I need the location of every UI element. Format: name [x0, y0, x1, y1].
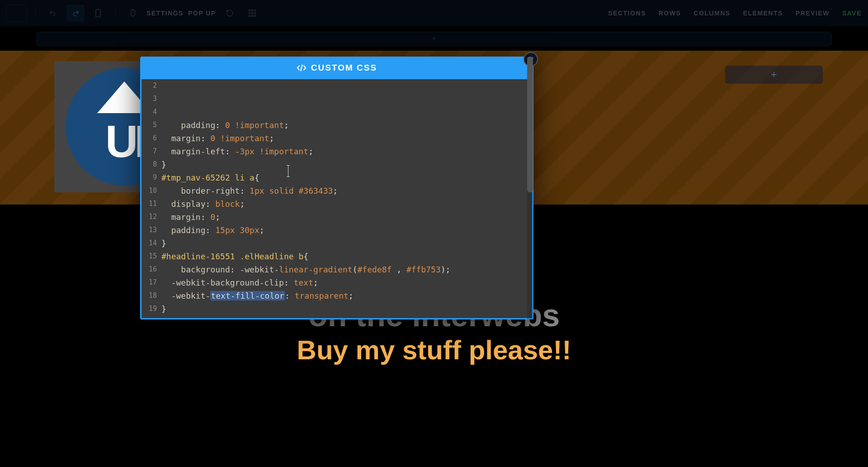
scrollbar-thumb[interactable]: [527, 79, 532, 192]
code-line[interactable]: }: [161, 237, 532, 250]
line-number: 16: [142, 263, 157, 276]
code-line[interactable]: margin-left: -3px !important;: [161, 145, 532, 158]
code-line[interactable]: }: [161, 158, 532, 171]
line-number: 8: [142, 158, 157, 171]
line-number: 4: [142, 105, 157, 119]
code-area[interactable]: padding: 0 !important; margin: 0 !import…: [161, 79, 532, 318]
code-line[interactable]: margin: 0;: [161, 210, 532, 224]
line-number: 11: [142, 197, 157, 210]
code-line[interactable]: padding: 0 !important;: [161, 119, 532, 132]
line-number: 6: [142, 132, 157, 145]
code-line[interactable]: #headline-16551 .elHeadline b{: [161, 250, 532, 263]
line-number: 18: [142, 289, 157, 302]
line-number: 7: [142, 145, 157, 158]
line-number: 14: [142, 237, 157, 250]
scrollbar[interactable]: [527, 79, 532, 318]
code-line[interactable]: background: -webkit-linear-gradient(#fed…: [161, 263, 532, 276]
code-line[interactable]: }: [161, 302, 532, 315]
text-cursor: [288, 165, 288, 177]
code-line[interactable]: padding: 15px 30px;: [161, 224, 532, 237]
line-gutter: 2345678910111213141516171819: [142, 79, 161, 318]
modal-title: CUSTOM CSS: [311, 63, 377, 73]
logo-text: UI: [105, 115, 143, 167]
line-number: 13: [142, 224, 157, 237]
code-line[interactable]: -webkit-background-clip: text;: [161, 276, 532, 289]
code-icon: [297, 64, 307, 72]
code-line[interactable]: #tmp_nav-65262 li a{: [161, 171, 532, 184]
line-number: 17: [142, 276, 157, 289]
line-number: 2: [142, 79, 157, 92]
line-number: 9: [142, 171, 157, 184]
svg-line-12: [301, 65, 302, 71]
line-number: 10: [142, 184, 157, 197]
code-line[interactable]: margin: 0 !important;: [161, 132, 532, 145]
line-number: 19: [142, 302, 157, 315]
add-element-button[interactable]: +: [725, 66, 823, 84]
line-number: 5: [142, 119, 157, 132]
modal-header: CUSTOM CSS: [140, 57, 533, 79]
code-line[interactable]: border-right: 1px solid #363433;: [161, 184, 532, 197]
custom-css-modal: ✕ CUSTOM CSS 234567891011121314151617181…: [140, 57, 533, 319]
code-line[interactable]: #tmp_video-44874.elVideoWrapper{: [161, 315, 532, 318]
css-editor[interactable]: 2345678910111213141516171819 padding: 0 …: [142, 79, 532, 318]
hero-cta-text: Buy my stuff please!!: [0, 334, 868, 366]
line-number: 3: [142, 92, 157, 105]
code-line[interactable]: -webkit-text-fill-color: transparent;: [161, 289, 532, 302]
line-number: 15: [142, 250, 157, 263]
code-line[interactable]: display: block;: [161, 197, 532, 210]
line-number: 12: [142, 210, 157, 224]
